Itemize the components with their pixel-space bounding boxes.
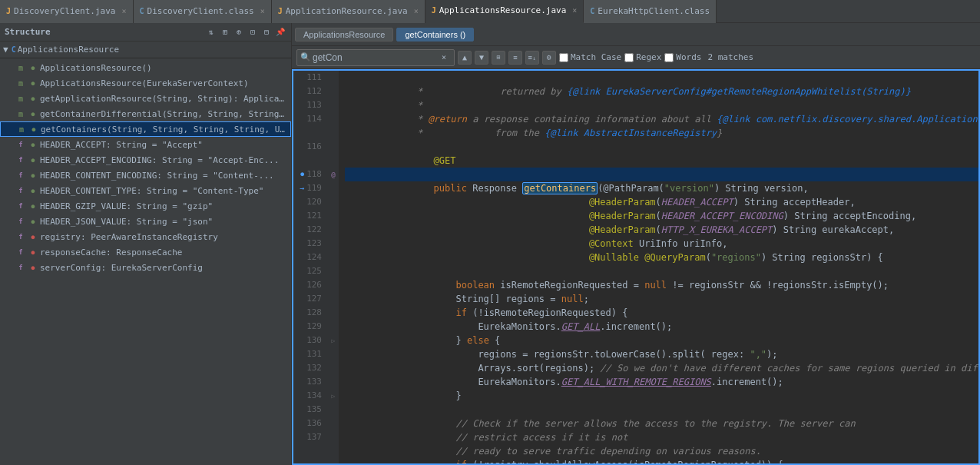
line-num-blank bbox=[300, 126, 322, 140]
search-input[interactable] bbox=[313, 50, 435, 65]
line-num-113: 113 bbox=[300, 98, 322, 112]
search-icon: 🔍 bbox=[300, 52, 311, 62]
sort-alpha-btn[interactable]: ⇅ bbox=[205, 26, 217, 38]
line-num-128: 128 bbox=[300, 306, 322, 320]
tree-item-header-json[interactable]: f ● HEADER_JSON_VALUE: String = "json" bbox=[0, 214, 291, 229]
tree-item-label: ApplicationsResource() bbox=[40, 63, 152, 73]
structure-panel: Structure ⇅ ⊞ ⊕ ⊡ ⊟ 📌 ▼ C ApplicationsRe… bbox=[0, 23, 292, 465]
words-checkbox[interactable] bbox=[664, 53, 674, 62]
tree-item-getcontainers[interactable]: m ● getContainers(String, String, String… bbox=[0, 121, 291, 137]
fold-icon[interactable]: ▷ bbox=[332, 337, 336, 344]
structure-tree: m ● ApplicationsResource() m ● Applicati… bbox=[0, 58, 291, 465]
match-case-checkbox[interactable] bbox=[559, 53, 568, 62]
appsresource-tab-btn[interactable]: ApplicationsResource bbox=[295, 28, 393, 42]
line-num-135: 135 bbox=[300, 403, 322, 417]
tree-item-header-accept-enc[interactable]: f ● HEADER_ACCEPT_ENCODING: String = "Ac… bbox=[0, 152, 291, 168]
search-multiline-btn[interactable]: ≡ bbox=[508, 51, 522, 65]
tree-item-responsecache[interactable]: f ● responseCache: ResponseCache bbox=[0, 244, 291, 260]
method-icon: m bbox=[15, 78, 26, 88]
tree-item-getappresource[interactable]: m ● getApplicationResource(String, Strin… bbox=[0, 91, 291, 106]
code-editor[interactable]: 111 112 113 114 116 ● 118 → 119 120 bbox=[292, 69, 980, 465]
visibility-pub-icon: ● bbox=[28, 124, 39, 135]
search-multiline2-btn[interactable]: ≡ᵢ bbox=[525, 51, 539, 65]
tree-item-label: HEADER_JSON_VALUE: String = "json" bbox=[40, 217, 213, 227]
class-file-icon: C bbox=[590, 7, 594, 15]
visibility-pub-icon: ● bbox=[28, 62, 38, 73]
method-icon: m bbox=[15, 93, 26, 104]
tree-item-constructor[interactable]: m ● ApplicationsResource() bbox=[0, 60, 291, 75]
tree-item-label: registry: PeerAwareInstanceRegistry bbox=[40, 232, 218, 242]
tree-item-constructor2[interactable]: m ● ApplicationsResource(EurekaServerCon… bbox=[0, 75, 291, 91]
visibility-pub-icon: ● bbox=[28, 108, 38, 119]
line-num-132: 132 bbox=[300, 361, 322, 375]
settings-btn[interactable]: ⊡ bbox=[247, 26, 259, 38]
close-panel-btn[interactable]: ⊟ bbox=[260, 26, 273, 38]
search-matches-count: 2 matches bbox=[707, 52, 753, 62]
words-option[interactable]: Words bbox=[664, 52, 701, 62]
line-num-122: 122 bbox=[300, 223, 322, 237]
line-num-124: 124 bbox=[300, 251, 322, 264]
line-num-114: 114 bbox=[300, 112, 322, 126]
tree-item-label: getApplicationResource(String, String): … bbox=[40, 94, 288, 104]
search-prev-btn[interactable]: ▲ bbox=[458, 51, 472, 65]
visibility-priv-icon: ● bbox=[28, 231, 38, 242]
tree-item-serverconfig[interactable]: f ● serverConfig: EurekaServerConfig bbox=[0, 260, 291, 275]
visibility-pub-icon: ● bbox=[28, 201, 38, 211]
code-line-113: * @return a response containing informat… bbox=[345, 98, 980, 112]
tree-item-label: HEADER_CONTENT_TYPE: String = "Content-T… bbox=[40, 186, 263, 196]
java-file-icon: J bbox=[6, 7, 11, 15]
tab-close-btn[interactable]: × bbox=[121, 7, 126, 15]
sort-visibility-btn[interactable]: ⊞ bbox=[219, 26, 231, 38]
regex-checkbox[interactable] bbox=[624, 53, 634, 62]
structure-toolbar: ⇅ ⊞ ⊕ ⊡ ⊟ 📌 bbox=[205, 26, 286, 38]
visibility-priv-icon: ● bbox=[28, 247, 38, 257]
tab-appsresource-java[interactable]: J ApplicationsResource.java × bbox=[425, 0, 584, 23]
tab-close-btn[interactable]: × bbox=[414, 7, 419, 15]
expand-icon: ▼ bbox=[3, 45, 8, 55]
line-num-134: 134 bbox=[300, 389, 322, 403]
visibility-pub-icon: ● bbox=[28, 216, 38, 227]
tab-appresource-java[interactable]: J ApplicationResource.java × bbox=[272, 0, 425, 23]
line-num-119: → 119 bbox=[300, 181, 322, 195]
tree-item-header-content-enc[interactable]: f ● HEADER_CONTENT_ENCODING: String = "C… bbox=[0, 168, 291, 183]
regex-option[interactable]: Regex bbox=[624, 52, 661, 62]
tab-label: DiscoveryClient.java bbox=[14, 6, 115, 16]
visibility-pub-icon: ● bbox=[28, 154, 38, 165]
search-expand-btn[interactable]: ⊞ bbox=[492, 51, 505, 65]
pin-btn[interactable]: 📌 bbox=[274, 26, 286, 38]
line-num-120: 120 bbox=[300, 195, 322, 209]
tab-discovery-class[interactable]: C DiscoveryClient.class × bbox=[134, 0, 272, 23]
search-clear-btn[interactable]: × bbox=[437, 51, 451, 65]
line-num-130: 130 bbox=[300, 334, 322, 347]
tree-item-getcontainerdiff[interactable]: m ● getContainerDifferential(String, Str… bbox=[0, 106, 291, 121]
line-num-125: 125 bbox=[300, 264, 322, 278]
field-icon: f bbox=[15, 170, 26, 181]
tab-close-btn[interactable]: × bbox=[572, 6, 577, 15]
regex-label: Regex bbox=[636, 52, 661, 62]
annotation-gutter-icon[interactable]: @ bbox=[331, 171, 335, 178]
line-num-118: ● 118 bbox=[300, 168, 322, 181]
tree-item-header-content-type[interactable]: f ● HEADER_CONTENT_TYPE: String = "Conte… bbox=[0, 183, 291, 198]
field-icon: f bbox=[15, 154, 26, 165]
tab-label: EurekaHttpClient.class bbox=[598, 6, 710, 16]
search-input-wrap: 🔍 × bbox=[296, 49, 455, 66]
tab-close-btn[interactable]: × bbox=[260, 7, 265, 15]
field-icon: f bbox=[15, 231, 26, 242]
tab-eureka-class[interactable]: C EurekaHttpClient.class bbox=[584, 0, 717, 23]
tree-item-header-gzip[interactable]: f ● HEADER_GZIP_VALUE: String = "gzip" bbox=[0, 198, 291, 214]
tree-item-header-accept[interactable]: f ● HEADER_ACCEPT: String = "Accept" bbox=[0, 137, 291, 152]
visibility-pub-icon: ● bbox=[28, 185, 38, 196]
words-label: Words bbox=[676, 52, 701, 62]
tab-label: ApplicationsResource.java bbox=[439, 5, 567, 15]
search-settings-btn[interactable]: ⚙ bbox=[542, 51, 556, 65]
tab-discovery-java[interactable]: J DiscoveryClient.java × bbox=[0, 0, 134, 23]
fold-icon2[interactable]: ▷ bbox=[332, 393, 336, 400]
expand-btn[interactable]: ⊕ bbox=[233, 26, 245, 38]
search-next-btn[interactable]: ▼ bbox=[475, 51, 488, 65]
tree-item-registry[interactable]: f ● registry: PeerAwareInstanceRegistry bbox=[0, 229, 291, 244]
getcontainers-tab-btn[interactable]: getContainers () bbox=[396, 28, 474, 42]
code-line-118: public Response getContainers(@PathParam… bbox=[345, 168, 980, 181]
tab-label: DiscoveryClient.class bbox=[147, 6, 254, 16]
match-case-option[interactable]: Match Case bbox=[559, 52, 621, 62]
structure-title: Structure bbox=[5, 27, 51, 37]
